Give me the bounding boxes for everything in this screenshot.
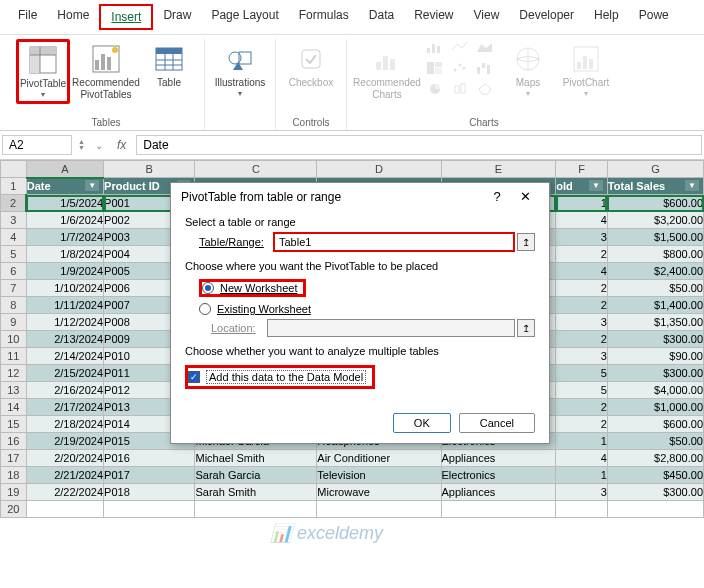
cell[interactable]: $800.00 <box>607 246 703 263</box>
cell[interactable] <box>195 501 317 518</box>
cell[interactable]: $1,400.00 <box>607 297 703 314</box>
menu-help[interactable]: Help <box>584 4 629 30</box>
cell[interactable]: 2 <box>556 399 608 416</box>
row-header-2[interactable]: 2 <box>1 195 27 212</box>
cell[interactable] <box>26 501 103 518</box>
help-button[interactable]: ? <box>483 189 511 204</box>
cell[interactable]: $90.00 <box>607 348 703 365</box>
cell[interactable]: 2/21/2024 <box>26 467 103 484</box>
cell[interactable]: $50.00 <box>607 280 703 297</box>
cell[interactable] <box>556 501 608 518</box>
cell[interactable]: Appliances <box>441 484 556 501</box>
cell[interactable]: $3,200.00 <box>607 212 703 229</box>
menu-developer[interactable]: Developer <box>509 4 584 30</box>
row-header-19[interactable]: 19 <box>1 484 27 501</box>
row-header-17[interactable]: 17 <box>1 450 27 467</box>
row-header-18[interactable]: 18 <box>1 467 27 484</box>
cell[interactable]: 2/13/2024 <box>26 331 103 348</box>
cell[interactable]: $450.00 <box>607 467 703 484</box>
cell[interactable]: 3 <box>556 229 608 246</box>
cell[interactable]: $300.00 <box>607 331 703 348</box>
name-box-nav[interactable]: ▲▼ <box>76 139 87 151</box>
cell[interactable]: 2/20/2024 <box>26 450 103 467</box>
row-header-1[interactable]: 1 <box>1 178 27 195</box>
cell[interactable]: 5 <box>556 382 608 399</box>
dialog-titlebar[interactable]: PivotTable from table or range ? ✕ <box>171 183 549 210</box>
col-header-B[interactable]: B <box>104 161 195 178</box>
cell[interactable]: 1/6/2024 <box>26 212 103 229</box>
cell[interactable]: 2 <box>556 331 608 348</box>
cell[interactable]: $2,800.00 <box>607 450 703 467</box>
menu-insert[interactable]: Insert <box>99 4 153 30</box>
col-header-C[interactable]: C <box>195 161 317 178</box>
cell[interactable]: $600.00 <box>607 416 703 433</box>
col-header-E[interactable]: E <box>441 161 556 178</box>
cell[interactable] <box>104 501 195 518</box>
cell[interactable]: Appliances <box>441 450 556 467</box>
row-header-10[interactable]: 10 <box>1 331 27 348</box>
row-header-20[interactable]: 20 <box>1 501 27 518</box>
cell[interactable]: 2 <box>556 246 608 263</box>
row-header-15[interactable]: 15 <box>1 416 27 433</box>
fx-icon[interactable]: fx <box>111 138 132 152</box>
cell[interactable]: $300.00 <box>607 484 703 501</box>
cell[interactable]: 2 <box>556 416 608 433</box>
cell[interactable]: $300.00 <box>607 365 703 382</box>
cell[interactable]: Television <box>317 467 441 484</box>
cell[interactable]: $600.00 <box>607 195 703 212</box>
row-header-3[interactable]: 3 <box>1 212 27 229</box>
ok-button[interactable]: OK <box>393 413 451 433</box>
cell[interactable]: 1/9/2024 <box>26 263 103 280</box>
cell[interactable]: P016 <box>104 450 195 467</box>
row-header-13[interactable]: 13 <box>1 382 27 399</box>
cell[interactable]: $2,400.00 <box>607 263 703 280</box>
recommended-pivottables-button[interactable]: Recommended PivotTables <box>74 39 138 105</box>
menu-file[interactable]: File <box>8 4 47 30</box>
cell[interactable] <box>317 501 441 518</box>
data-model-checkbox[interactable]: ✓ Add this data to the Data Model <box>185 365 375 389</box>
cell[interactable]: 2/16/2024 <box>26 382 103 399</box>
name-box[interactable] <box>2 135 72 155</box>
cell[interactable]: Microwave <box>317 484 441 501</box>
cell[interactable]: 3 <box>556 314 608 331</box>
cell[interactable]: Michael Smith <box>195 450 317 467</box>
row-header-4[interactable]: 4 <box>1 229 27 246</box>
menu-formulas[interactable]: Formulas <box>289 4 359 30</box>
cell[interactable]: 3 <box>556 348 608 365</box>
row-header-14[interactable]: 14 <box>1 399 27 416</box>
cell[interactable]: 1 <box>556 195 608 212</box>
cell[interactable]: $4,000.00 <box>607 382 703 399</box>
row-header-8[interactable]: 8 <box>1 297 27 314</box>
cell[interactable]: 1/7/2024 <box>26 229 103 246</box>
select-all-corner[interactable] <box>1 161 27 178</box>
cell[interactable]: $1,000.00 <box>607 399 703 416</box>
menu-review[interactable]: Review <box>404 4 463 30</box>
menu-page-layout[interactable]: Page Layout <box>201 4 288 30</box>
menu-draw[interactable]: Draw <box>153 4 201 30</box>
cell[interactable]: 2/17/2024 <box>26 399 103 416</box>
menu-home[interactable]: Home <box>47 4 99 30</box>
cell[interactable]: 2 <box>556 280 608 297</box>
cell[interactable]: Air Conditioner <box>317 450 441 467</box>
cell[interactable]: 4 <box>556 212 608 229</box>
pivottable-button[interactable]: PivotTable ▾ <box>16 39 70 104</box>
row-header-6[interactable]: 6 <box>1 263 27 280</box>
cell[interactable]: 2/15/2024 <box>26 365 103 382</box>
cell[interactable]: 2 <box>556 297 608 314</box>
cell[interactable]: 2/18/2024 <box>26 416 103 433</box>
cell[interactable]: 1/11/2024 <box>26 297 103 314</box>
cell[interactable]: 1 <box>556 467 608 484</box>
cell[interactable]: 5 <box>556 365 608 382</box>
cell[interactable]: 2/14/2024 <box>26 348 103 365</box>
cell[interactable]: 4 <box>556 450 608 467</box>
cell[interactable]: $1,350.00 <box>607 314 703 331</box>
row-header-9[interactable]: 9 <box>1 314 27 331</box>
col-header-A[interactable]: A <box>26 161 103 178</box>
col-header-F[interactable]: F <box>556 161 608 178</box>
menu-view[interactable]: View <box>464 4 510 30</box>
row-header-12[interactable]: 12 <box>1 365 27 382</box>
row-header-16[interactable]: 16 <box>1 433 27 450</box>
table-header-G[interactable]: Total Sales <box>607 178 703 195</box>
col-header-D[interactable]: D <box>317 161 441 178</box>
table-header-A[interactable]: Date <box>26 178 103 195</box>
